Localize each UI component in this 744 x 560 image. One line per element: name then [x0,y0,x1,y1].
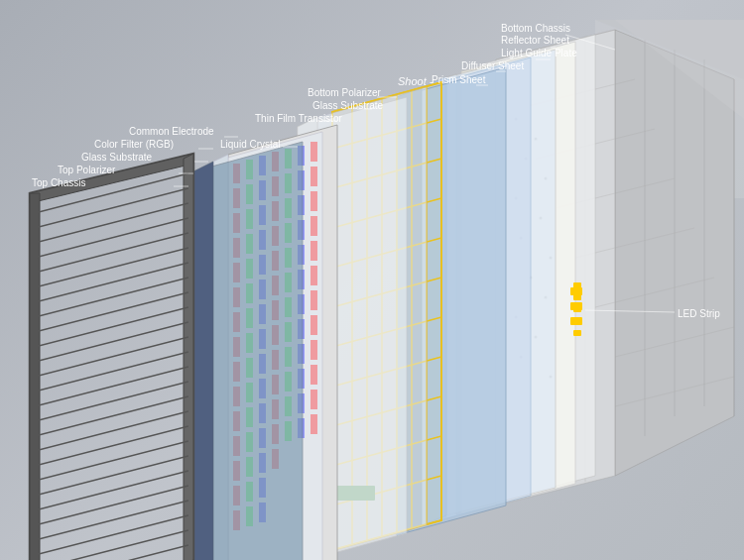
svg-marker-174 [35,159,188,560]
svg-line-189 [35,382,188,421]
bottom-polarizer-label: Bottom Polarizer [308,87,382,98]
svg-marker-173 [184,154,193,560]
svg-line-197 [35,501,188,540]
svg-line-178 [35,218,188,258]
svg-line-181 [35,263,188,302]
bottom-chassis-label: Bottom Chassis [501,23,570,34]
svg-line-179 [35,233,188,273]
svg-line-200 [35,545,188,560]
svg-line-177 [35,203,188,243]
svg-marker-168 [193,162,213,560]
svg-rect-216 [573,294,581,300]
svg-line-182 [35,278,188,317]
svg-line-183 [35,292,188,332]
common-electrode-label: Common Electrode [129,126,214,137]
shoot-label: Shoot - [398,75,434,87]
svg-line-194 [35,456,188,496]
liquid-crystal-label: Liquid Crystal [220,139,281,150]
svg-line-184 [35,307,188,347]
glass-substrate-1-label: Glass Substrate [81,152,153,163]
svg-rect-215 [573,282,581,288]
light-guide-plate-label: Light Guide Plate [501,48,577,58]
thin-film-transistor-label: Thin Film Transistor [255,113,342,124]
svg-rect-38 [570,287,582,295]
svg-line-190 [35,396,188,436]
svg-line-188 [35,367,188,406]
svg-line-186 [35,337,188,377]
svg-line-180 [35,248,188,287]
top-chassis-layer [30,154,193,560]
glass-substrate-2-label: Glass Substrate [312,100,384,111]
svg-line-193 [35,441,188,481]
led-strip-label: LED Strip [678,308,720,319]
svg-line-196 [35,486,188,525]
svg-rect-219 [573,330,581,336]
prism-sheet-label: Prism Sheet [432,74,486,85]
svg-line-187 [35,352,188,392]
svg-line-191 [35,411,188,451]
top-polarizer-layer [193,142,303,560]
diagram-scene: Bottom Chassis Reflector Sheet Light Gui… [0,0,744,560]
svg-rect-218 [573,318,581,324]
svg-rect-217 [573,306,581,312]
top-polarizer-label: Top Polarizer [58,165,116,175]
svg-line-185 [35,322,188,362]
reflector-sheet-label: Reflector Sheet [501,35,569,46]
svg-line-192 [35,426,188,466]
top-chassis-label: Top Chassis [32,177,85,188]
svg-line-195 [35,471,188,510]
lcd-diagram: Bottom Chassis Reflector Sheet Light Gui… [0,0,744,560]
color-filter-label: Color Filter (RGB) [94,139,174,150]
diffuser-sheet-label: Diffuser Sheet [461,60,524,71]
svg-line-198 [35,515,188,555]
